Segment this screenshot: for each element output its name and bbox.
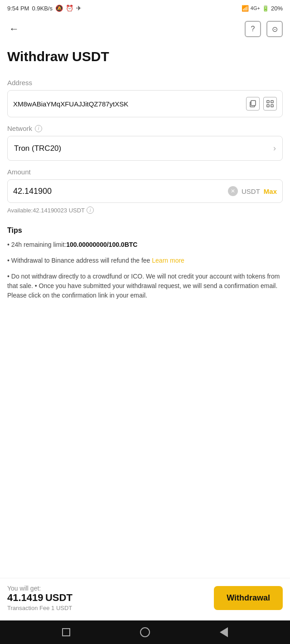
- help-button[interactable]: ?: [245, 21, 261, 37]
- history-icon: ⊙: [272, 25, 278, 34]
- android-back-button[interactable]: [220, 627, 228, 637]
- tips-title: Tips: [7, 226, 283, 235]
- tips-section: Tips • 24h remaining limit:100.00000000/…: [7, 226, 283, 300]
- tip-item-1: • 24h remaining limit:100.00000000/100.0…: [7, 240, 283, 250]
- battery-percent: 20%: [271, 5, 283, 12]
- page-title: Withdraw USDT: [0, 42, 290, 68]
- you-get-section: You will get: 41.1419 USDT Transaction F…: [7, 585, 72, 611]
- battery-icon: 🔋: [262, 5, 269, 12]
- you-get-unit: USDT: [45, 592, 72, 603]
- you-get-amount: 41.1419: [7, 592, 44, 603]
- time: 9:54 PM: [7, 5, 29, 12]
- address-value: XM8wABiaYMqXFUAJJitQZ787ytXSK: [13, 100, 242, 108]
- network-value: Tron (TRC20): [14, 144, 61, 153]
- currency-label: USDT: [242, 187, 260, 195]
- clear-amount-button[interactable]: ✕: [228, 186, 238, 196]
- amount-input-wrap[interactable]: 42.141900 ✕ USDT Max: [7, 179, 283, 203]
- telegram-icon: ✈: [76, 5, 82, 12]
- max-button[interactable]: Max: [264, 187, 277, 195]
- android-home-button[interactable]: [140, 627, 150, 637]
- network-label: Network i: [7, 125, 283, 132]
- status-right: 📶 4G+ 🔋 20%: [242, 5, 283, 12]
- main-content: Address XM8wABiaYMqXFUAJJitQZ787ytXSK Ne…: [0, 68, 290, 578]
- bottom-bar: You will get: 41.1419 USDT Transaction F…: [0, 578, 290, 620]
- android-nav-bar: [0, 620, 290, 644]
- signal-icon: 📶: [242, 5, 249, 12]
- qr-scan-icon[interactable]: [263, 97, 277, 111]
- network-type: 4G+: [251, 5, 260, 11]
- tip-item-3: • Do not withdraw directly to a crowdfun…: [7, 272, 283, 300]
- amount-label: Amount: [7, 168, 283, 176]
- svg-rect-4: [267, 105, 269, 107]
- paste-icon[interactable]: [246, 97, 260, 111]
- withdrawal-button[interactable]: Withdrawal: [214, 586, 283, 610]
- network-selector[interactable]: Tron (TRC20) ›: [7, 136, 283, 161]
- status-bar: 9:54 PM 0.9KB/s 🔕 ⏰ ✈ 📶 4G+ 🔋 20%: [0, 0, 290, 16]
- learn-more-link[interactable]: Learn more: [152, 257, 184, 264]
- svg-rect-1: [251, 101, 256, 106]
- svg-rect-2: [267, 101, 269, 103]
- status-left: 9:54 PM 0.9KB/s 🔕 ⏰ ✈: [7, 5, 82, 12]
- back-button[interactable]: ←: [7, 21, 21, 37]
- you-get-amount-row: 41.1419 USDT: [7, 592, 72, 604]
- address-input-wrap[interactable]: XM8wABiaYMqXFUAJJitQZ787ytXSK: [7, 90, 283, 117]
- available-info-icon[interactable]: i: [87, 207, 94, 214]
- alarm-icon: ⏰: [66, 5, 73, 12]
- android-square-button[interactable]: [62, 628, 70, 636]
- address-label: Address: [7, 79, 283, 87]
- amount-value: 42.141900: [13, 187, 224, 196]
- muted-icon: 🔕: [55, 5, 63, 12]
- network-info-icon[interactable]: i: [35, 125, 42, 132]
- svg-rect-3: [271, 101, 273, 103]
- chevron-right-icon: ›: [273, 144, 276, 153]
- transaction-fee: Transaction Fee 1 USDT: [7, 605, 72, 611]
- you-get-label: You will get:: [7, 585, 72, 592]
- history-button[interactable]: ⊙: [266, 21, 283, 37]
- help-icon: ?: [251, 25, 255, 33]
- top-nav: ← ? ⊙: [0, 16, 290, 42]
- speed: 0.9KB/s: [32, 5, 53, 12]
- svg-rect-5: [271, 105, 273, 107]
- tip-item-2: • Withdrawal to Binance address will ref…: [7, 256, 283, 265]
- nav-icons: ? ⊙: [245, 21, 283, 37]
- available-balance: Available:42.14190023 USDT i: [7, 207, 283, 214]
